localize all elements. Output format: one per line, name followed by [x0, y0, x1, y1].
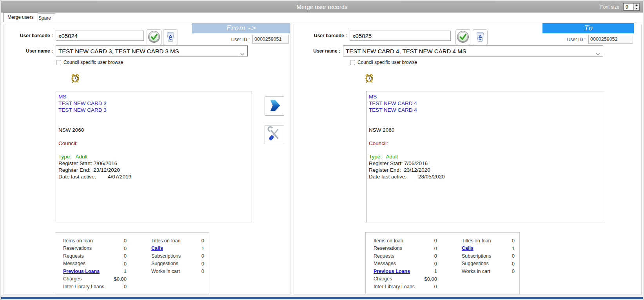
crossed-tools-icon [266, 126, 283, 144]
font-size-spinner[interactable]: 9 [623, 3, 640, 11]
stats-row: Items on-loan0 [374, 237, 437, 245]
user-name-dropdown[interactable]: TEST NEW CARD 3, TEST NEW CARD 3 MS [56, 45, 248, 56]
stats-row: Previous Loans1 [63, 267, 127, 275]
stats-row: Titles on-loan0 [151, 237, 204, 245]
detail-line [58, 113, 249, 120]
font-size-down-button[interactable] [634, 7, 639, 10]
clear-user-button[interactable] [473, 29, 488, 45]
stats-row: Subscriptions0 [462, 252, 515, 260]
font-size-up-button[interactable] [634, 4, 639, 7]
triangle-up-icon [635, 4, 638, 6]
font-size-value[interactable]: 9 [624, 4, 633, 10]
stats-label: Charges [63, 276, 107, 282]
bottom-accent-bar [1, 297, 643, 299]
clear-user-button[interactable] [163, 29, 178, 45]
recycle-bin-icon [475, 31, 485, 44]
stats-value: 0 [495, 253, 515, 259]
stats-value: 0 [107, 245, 127, 251]
stats-row: Messages0 [63, 260, 127, 268]
stats-label: Titles on-loan [151, 238, 185, 244]
recycle-bin-icon [166, 31, 175, 44]
stats-link[interactable]: Calls [462, 245, 495, 251]
stats-value: 1 [185, 245, 204, 251]
stats-row: Works in cart0 [151, 267, 204, 275]
stats-label: Requests [63, 253, 107, 259]
stats-value: 0 [495, 268, 515, 274]
stats-link[interactable]: Previous Loans [63, 269, 107, 274]
window-title: Merge user records [1, 4, 643, 10]
title-bar: Merge user records Font size 9 [1, 1, 643, 13]
detail-line [369, 147, 602, 153]
triangle-down-icon [635, 8, 638, 9]
stats-value: 0 [185, 238, 204, 244]
stats-value: 0 [417, 238, 437, 244]
green-check-icon [148, 31, 160, 44]
user-stats-box: Items on-loan0Reservations0Requests0Mess… [365, 232, 520, 294]
user-barcode-input[interactable] [56, 31, 144, 41]
user-id-field[interactable] [588, 35, 633, 44]
detail-line [58, 147, 249, 153]
detail-line: MS [58, 93, 249, 100]
stats-label: Reservations [374, 245, 417, 251]
alarm-clock-icon [365, 74, 374, 83]
stats-label: Messages [63, 261, 107, 266]
stats-row: Works in cart0 [462, 267, 515, 275]
tools-button[interactable] [265, 125, 284, 144]
stats-row: Reservations0 [374, 245, 437, 253]
stats-value: 1 [495, 245, 515, 251]
stats-label: Works in cart [462, 269, 495, 274]
detail-line: TEST NEW CARD 3 [58, 100, 249, 107]
stats-label: Suggestions [462, 261, 495, 266]
detail-line [369, 113, 602, 120]
confirm-user-button[interactable] [147, 29, 161, 45]
confirm-user-button[interactable] [455, 29, 470, 45]
detail-line: Type: Adult [369, 153, 602, 160]
to-panel: User barcode : To User ID [294, 24, 642, 295]
merge-arrow-button[interactable] [265, 96, 284, 116]
stats-row: Charges$0.00 [63, 275, 127, 283]
stats-label: Subscriptions [462, 253, 495, 259]
stats-row: Charges$0.00 [374, 275, 437, 283]
detail-line: Register End: 23/12/2020 [58, 167, 249, 173]
stats-value: $0.00 [417, 276, 437, 282]
stats-label: Suggestions [151, 261, 185, 266]
stats-label: Items on-loan [374, 238, 417, 244]
stats-row: Calls1 [462, 245, 515, 253]
detail-line: TEST NEW CARD 4 [369, 100, 602, 107]
stats-label: Charges [374, 276, 417, 282]
council-specific-checkbox[interactable] [350, 60, 355, 65]
stats-link[interactable]: Calls [151, 245, 185, 251]
stats-row: Inter-Library Loans0 [63, 283, 127, 291]
stats-label: Reservations [63, 245, 107, 251]
stats-column-2: Titles on-loan0Calls1Subscriptions0Sugge… [462, 237, 515, 275]
stats-row: Suggestions0 [462, 260, 515, 268]
stats-row: Messages0 [374, 260, 437, 268]
stats-row: Inter-Library Loans0 [374, 283, 437, 291]
user-barcode-label: User barcode : [294, 33, 347, 38]
stats-column-1: Items on-loan0Reservations0Requests0Mess… [374, 237, 437, 291]
stats-value: 0 [185, 253, 204, 259]
user-barcode-input[interactable] [350, 31, 451, 41]
to-banner: To [542, 23, 634, 33]
detail-line: Date last active: 4/07/2019 [58, 173, 249, 180]
tab-bar: Merge users Spare [1, 13, 643, 22]
stats-row: Calls1 [151, 245, 204, 253]
stats-value: 0 [107, 284, 127, 289]
stats-link[interactable]: Previous Loans [374, 269, 417, 274]
user-id-field[interactable] [252, 35, 289, 44]
tab-merge-users[interactable]: Merge users [3, 13, 38, 22]
detail-line [369, 133, 602, 140]
stats-label: Titles on-loan [462, 238, 495, 244]
blue-chevron-right-icon [266, 97, 283, 115]
user-details-box: MSTEST NEW CARD 3TEST NEW CARD 3 NSW 206… [56, 91, 252, 222]
council-specific-checkbox[interactable] [56, 60, 61, 65]
stats-row: Previous Loans1 [374, 267, 437, 275]
user-name-label: User name : [4, 48, 53, 54]
stats-value: $0.00 [107, 276, 127, 282]
from-panel: User barcode : From -> Use [4, 24, 290, 295]
stats-value: 0 [417, 284, 437, 289]
user-name-dropdown[interactable]: TEST NEW CARD 4, TEST NEW CARD 4 MS [343, 45, 603, 56]
merge-user-records-window: Merge user records Font size 9 Merge use… [0, 0, 644, 300]
detail-line: TEST NEW CARD 3 [58, 107, 249, 113]
stats-label: Requests [374, 253, 417, 259]
